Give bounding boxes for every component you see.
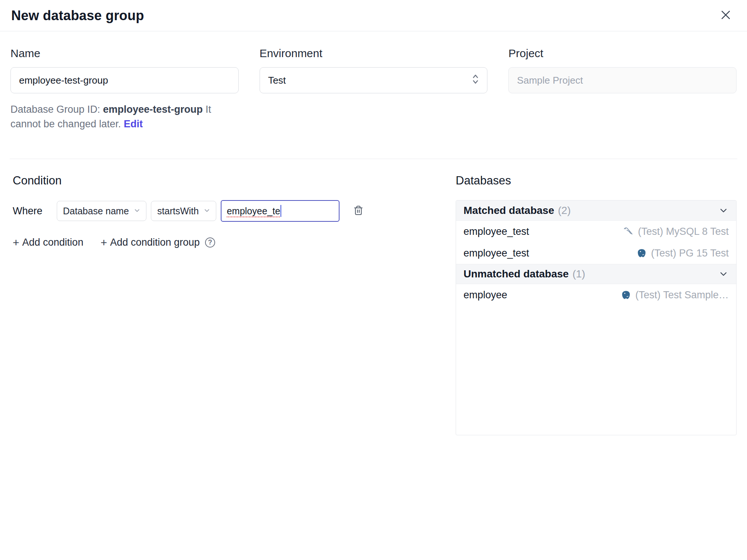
environment-field-group: Environment Test xyxy=(260,47,488,141)
postgresql-icon xyxy=(621,290,631,300)
matched-database-title: Matched database xyxy=(464,205,554,217)
main-content: Condition Where Database name startsWith… xyxy=(0,159,747,435)
databases-section: Databases Matched database (2) employee_… xyxy=(456,174,737,435)
database-row[interactable]: employee_test (Test) MySQL 8 Test xyxy=(456,221,736,242)
condition-section: Condition Where Database name startsWith… xyxy=(10,174,456,248)
environment-label: Environment xyxy=(260,47,488,60)
condition-heading: Condition xyxy=(13,174,456,187)
condition-operator-value: startsWith xyxy=(157,206,199,217)
matched-database-header[interactable]: Matched database (2) xyxy=(456,200,736,221)
where-label: Where xyxy=(13,205,43,217)
condition-field-select[interactable]: Database name xyxy=(57,201,147,221)
environment-select[interactable]: Test xyxy=(260,67,488,93)
add-condition-group-label: Add condition group xyxy=(110,237,200,248)
databases-heading: Databases xyxy=(456,174,737,187)
databases-panel: Matched database (2) employee_test (Test… xyxy=(456,200,737,435)
name-input[interactable] xyxy=(10,67,239,93)
database-row[interactable]: employee (Test) Test Sample… xyxy=(456,284,736,306)
text-caret xyxy=(280,205,281,217)
database-instance: (Test) Test Sample… xyxy=(621,289,729,301)
select-updown-icon xyxy=(471,74,480,87)
name-label: Name xyxy=(10,47,239,60)
chevron-down-icon xyxy=(203,206,211,217)
group-id-helper: Database Group ID: employee-test-group I… xyxy=(10,102,239,131)
group-form: Name Database Group ID: employee-test-gr… xyxy=(0,31,747,141)
condition-value-text: employee_te xyxy=(227,206,280,217)
close-icon xyxy=(719,9,732,22)
database-name: employee_test xyxy=(464,248,529,259)
edit-group-id-link[interactable]: Edit xyxy=(124,118,143,130)
condition-row: Where Database name startsWith employee_… xyxy=(13,200,456,222)
environment-selected-value: Test xyxy=(268,75,286,86)
dialog-header: New database group xyxy=(0,0,747,31)
unmatched-database-count: (1) xyxy=(573,268,585,280)
project-label: Project xyxy=(508,47,737,60)
delete-condition-button[interactable] xyxy=(349,202,367,220)
chevron-down-icon xyxy=(718,205,729,216)
group-id-value: employee-test-group xyxy=(103,104,203,115)
database-name: employee_test xyxy=(464,226,529,237)
name-field-group: Name Database Group ID: employee-test-gr… xyxy=(10,47,239,141)
database-instance-label: (Test) MySQL 8 Test xyxy=(638,226,729,237)
close-button[interactable] xyxy=(717,6,734,25)
database-name: employee xyxy=(464,289,507,301)
database-instance: (Test) MySQL 8 Test xyxy=(623,226,729,237)
condition-actions: + Add condition + Add condition group ? xyxy=(13,237,456,248)
database-instance-label: (Test) PG 15 Test xyxy=(651,248,729,259)
plus-icon: + xyxy=(100,237,107,248)
matched-database-count: (2) xyxy=(558,205,571,217)
unmatched-database-header[interactable]: Unmatched database (1) xyxy=(456,264,736,284)
project-input xyxy=(508,67,737,93)
project-field-group: Project xyxy=(508,47,737,141)
plus-icon: + xyxy=(13,237,19,248)
help-icon[interactable]: ? xyxy=(205,237,215,248)
condition-field-value: Database name xyxy=(63,206,129,217)
unmatched-database-title: Unmatched database xyxy=(464,268,569,280)
group-id-prefix: Database Group ID: xyxy=(10,104,103,115)
trash-icon xyxy=(353,205,363,217)
add-condition-group-button[interactable]: + Add condition group ? xyxy=(100,237,215,248)
mysql-icon xyxy=(623,226,633,237)
add-condition-label: Add condition xyxy=(22,237,84,248)
add-condition-button[interactable]: + Add condition xyxy=(13,237,83,248)
postgresql-icon xyxy=(637,248,647,258)
chevron-down-icon xyxy=(133,206,141,217)
database-instance: (Test) PG 15 Test xyxy=(637,248,729,259)
page-title: New database group xyxy=(11,8,144,24)
chevron-down-icon xyxy=(718,269,729,279)
database-instance-label: (Test) Test Sample… xyxy=(635,289,729,301)
condition-operator-select[interactable]: startsWith xyxy=(151,201,216,221)
condition-value-input[interactable]: employee_te xyxy=(221,200,340,222)
database-row[interactable]: employee_test (Test) PG 15 Test xyxy=(456,242,736,264)
